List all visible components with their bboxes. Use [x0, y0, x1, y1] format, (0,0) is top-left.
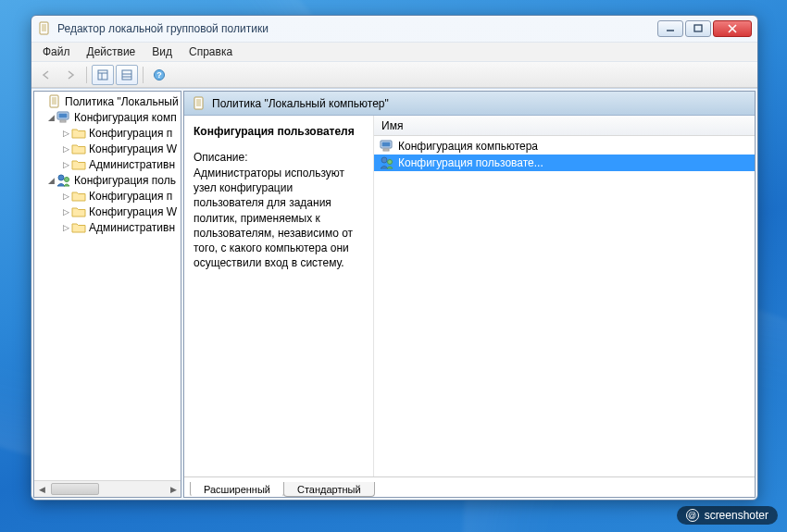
folder-icon	[71, 220, 86, 235]
app-icon	[37, 21, 52, 36]
collapse-icon[interactable]: ◢	[45, 113, 56, 122]
computer-icon	[380, 139, 394, 154]
menu-action[interactable]: Действие	[80, 43, 144, 60]
maximize-button[interactable]	[685, 20, 711, 37]
content-area: ▸ Политика "Локальный ◢ Конфигурация ком…	[31, 88, 757, 500]
menu-view[interactable]: Вид	[144, 43, 180, 60]
list-item-label: Конфигурация компьютера	[398, 140, 538, 153]
selection-heading: Конфигурация пользователя	[194, 125, 364, 138]
list-row[interactable]: Конфигурация компьютера	[374, 138, 755, 155]
toolbar-separator	[86, 67, 87, 83]
window-title: Редактор локальной групповой политики	[57, 22, 657, 35]
folder-icon	[71, 204, 86, 219]
folder-icon	[71, 189, 86, 204]
list-row[interactable]: Конфигурация пользовате...	[374, 155, 755, 171]
tree-item[interactable]: ▷ Конфигурация п	[34, 125, 181, 141]
toolbar-details-button[interactable]	[92, 65, 114, 85]
description-column: Конфигурация пользователя Описание: Адми…	[184, 116, 374, 476]
user-icon	[56, 173, 71, 188]
tree-root[interactable]: ▸ Политика "Локальный	[34, 93, 181, 109]
toolbar: ?	[31, 62, 757, 88]
computer-icon	[56, 110, 71, 125]
list-column: Имя Конфигурация компьютера Конфигурация…	[374, 116, 755, 476]
tab-standard[interactable]: Стандартный	[283, 482, 375, 497]
svg-rect-17	[122, 70, 131, 80]
expand-icon[interactable]: ▷	[60, 129, 71, 138]
tree-computer-config[interactable]: ◢ Конфигурация комп	[34, 109, 181, 125]
nav-forward-button[interactable]	[59, 65, 81, 85]
svg-rect-11	[694, 25, 702, 31]
menubar: Файл Действие Вид Справка	[31, 42, 757, 62]
scroll-thumb[interactable]	[51, 483, 99, 495]
scroll-left-icon[interactable]: ◀	[34, 481, 49, 497]
tree-item[interactable]: ▷ Конфигурация W	[34, 204, 181, 219]
folder-icon	[71, 142, 86, 156]
folder-icon	[71, 126, 86, 141]
description-label: Описание:	[194, 151, 364, 164]
app-window: Редактор локальной групповой политики Фа…	[31, 15, 758, 501]
details-pane: Политика "Локальный компьютер" Конфигура…	[183, 91, 756, 498]
expand-icon[interactable]: ▷	[60, 192, 71, 201]
tree-item[interactable]: ▷ Административн	[34, 219, 181, 235]
nav-back-button[interactable]	[35, 65, 57, 85]
tree-item[interactable]: ▷ Конфигурация W	[34, 141, 181, 156]
at-icon: @	[686, 509, 699, 522]
svg-text:?: ?	[156, 70, 162, 80]
expand-icon[interactable]: ▷	[60, 160, 71, 169]
tree-item[interactable]: ▷ Административн	[34, 156, 181, 172]
tree-pane: ▸ Политика "Локальный ◢ Конфигурация ком…	[33, 91, 181, 498]
folder-icon	[71, 157, 86, 172]
tree[interactable]: ▸ Политика "Локальный ◢ Конфигурация ком…	[34, 92, 181, 480]
tree-item[interactable]: ▷ Конфигурация п	[34, 188, 181, 204]
scroll-right-icon[interactable]: ▶	[166, 481, 181, 497]
expand-icon[interactable]: ▷	[60, 144, 71, 154]
toolbar-separator	[143, 67, 144, 83]
menu-help[interactable]: Справка	[181, 43, 240, 60]
svg-rect-14	[98, 70, 107, 80]
list-column-header[interactable]: Имя	[374, 116, 755, 136]
toolbar-list-button[interactable]	[116, 65, 138, 85]
column-name: Имя	[381, 119, 403, 132]
minimize-button[interactable]	[657, 20, 683, 37]
tabstrip: Расширенный Стандартный	[184, 476, 755, 497]
watermark: @ screenshoter	[677, 506, 778, 525]
policy-icon	[47, 94, 62, 109]
expand-icon[interactable]: ▷	[60, 223, 71, 232]
tab-extended[interactable]: Расширенный	[190, 482, 284, 497]
user-icon	[380, 155, 394, 170]
collapse-icon[interactable]: ◢	[45, 176, 56, 185]
tree-horizontal-scrollbar[interactable]: ◀ ▶	[34, 480, 181, 497]
policy-icon	[192, 96, 206, 111]
details-header-title: Политика "Локальный компьютер"	[212, 97, 389, 110]
details-header: Политика "Локальный компьютер"	[184, 92, 755, 116]
watermark-label: screenshoter	[705, 509, 768, 522]
tree-user-config[interactable]: ◢ Конфигурация поль	[34, 172, 181, 188]
list-items: Конфигурация компьютера Конфигурация пол…	[374, 136, 755, 173]
description-body: Администраторы используют узел конфигура…	[194, 166, 364, 270]
close-button[interactable]	[713, 20, 752, 37]
menu-file[interactable]: Файл	[35, 43, 78, 60]
toolbar-help-button[interactable]: ?	[148, 65, 170, 85]
list-item-label: Конфигурация пользовате...	[398, 156, 543, 169]
expand-icon[interactable]: ▷	[60, 207, 71, 217]
titlebar: Редактор локальной групповой политики	[31, 16, 757, 42]
